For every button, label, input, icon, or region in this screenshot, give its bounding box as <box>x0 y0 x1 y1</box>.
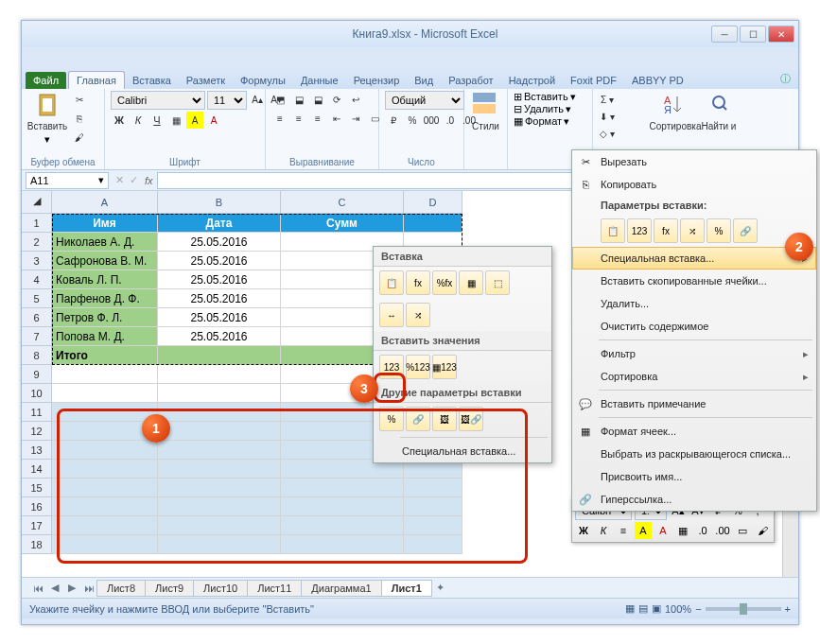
row-header[interactable]: 10 <box>22 384 52 403</box>
autosum-icon[interactable]: Σ ▾ <box>599 91 616 108</box>
name-box[interactable]: A11▾ <box>26 172 109 189</box>
maximize-button[interactable]: ☐ <box>740 26 766 43</box>
ctx-paste-all-icon[interactable]: 📋 <box>601 218 625 243</box>
paste-no-borders-icon[interactable]: ⬚ <box>485 270 510 295</box>
wrap-text-icon[interactable]: ↩ <box>347 91 364 108</box>
fill-icon[interactable]: ⬇ ▾ <box>599 108 616 125</box>
zoom-out-icon[interactable]: − <box>695 603 701 615</box>
table-header[interactable]: Имя <box>52 214 158 233</box>
cell[interactable] <box>158 346 281 365</box>
tab-abbyy[interactable]: ABBYY PD <box>624 72 691 89</box>
help-icon[interactable]: ⓘ <box>773 69 798 89</box>
tab-formulas[interactable]: Формулы <box>233 72 293 89</box>
currency-icon[interactable]: ₽ <box>385 112 402 129</box>
cell[interactable]: 25.05.2016 <box>158 289 281 308</box>
cell[interactable]: Попова М. Д. <box>52 327 158 346</box>
sheet-nav-last-icon[interactable]: ⏭ <box>80 581 97 596</box>
cancel-formula-icon[interactable]: ✕ <box>115 174 124 186</box>
format-painter-icon[interactable]: 🖌 <box>71 129 88 146</box>
tab-file[interactable]: Файл <box>26 72 66 89</box>
cells-format[interactable]: ▦Формат ▾ <box>514 115 569 128</box>
row-header[interactable]: 15 <box>22 479 52 497</box>
ctx-paste-transpose-icon[interactable]: ⤮ <box>680 218 705 243</box>
cell[interactable] <box>158 384 281 403</box>
indent-inc-icon[interactable]: ⇥ <box>347 110 364 127</box>
row-header[interactable]: 8 <box>22 346 52 365</box>
orientation-icon[interactable]: ⟳ <box>328 91 345 108</box>
col-header[interactable]: A <box>52 191 158 214</box>
sheet-nav-prev-icon[interactable]: ◀ <box>46 581 63 596</box>
row-header[interactable]: 17 <box>22 516 52 535</box>
tab-view[interactable]: Вид <box>407 72 441 89</box>
row-header[interactable]: 4 <box>22 270 52 289</box>
cell[interactable]: Николаев А. Д. <box>52 233 158 252</box>
mini-border-icon[interactable]: ▦ <box>674 522 691 539</box>
mini-italic-icon[interactable]: К <box>595 522 612 539</box>
styles-button[interactable]: Стили <box>470 91 501 131</box>
align-left-icon[interactable]: ≡ <box>271 110 288 127</box>
fx-icon[interactable]: fx <box>145 175 153 186</box>
zoom-slider[interactable] <box>706 607 781 611</box>
mini-format-painter-icon[interactable]: 🖌 <box>754 522 771 539</box>
view-pagebreak-icon[interactable]: ▣ <box>652 602 661 615</box>
grow-font-icon[interactable]: A▴ <box>249 91 266 108</box>
zoom-level[interactable]: 100% <box>665 603 691 615</box>
ctx-hyperlink[interactable]: 🔗Гиперссылка... <box>572 488 816 511</box>
mini-font-color-icon[interactable]: А <box>654 522 672 539</box>
sheet-tab[interactable]: Лист8 <box>96 580 146 597</box>
cell[interactable] <box>52 365 158 384</box>
view-layout-icon[interactable]: ▤ <box>638 602 648 615</box>
font-name-select[interactable]: Calibri <box>111 91 205 110</box>
mini-inc-decimal-icon[interactable]: .00 <box>714 522 731 539</box>
cell[interactable]: Сафронова В. М. <box>52 252 158 270</box>
sheet-nav-next-icon[interactable]: ▶ <box>63 581 80 596</box>
paste-keep-source-icon[interactable]: ▦ <box>459 270 483 295</box>
paste-values-source-icon[interactable]: ▦123 <box>432 355 457 379</box>
tab-layout[interactable]: Разметк <box>179 72 233 89</box>
italic-button[interactable]: К <box>130 112 147 129</box>
paste-all-icon[interactable]: 📋 <box>379 270 404 295</box>
new-sheet-icon[interactable]: ✦ <box>432 581 449 596</box>
clear-icon[interactable]: ◇ ▾ <box>599 125 616 142</box>
row-header[interactable]: 7 <box>22 327 52 346</box>
cell[interactable]: Итого <box>52 346 158 365</box>
align-middle-icon[interactable]: ⬓ <box>290 91 307 108</box>
row-header[interactable]: 1 <box>22 214 52 233</box>
paste-values-number-icon[interactable]: %123 <box>406 355 430 379</box>
mini-align-icon[interactable]: ≡ <box>615 522 632 539</box>
cell[interactable]: 25.05.2016 <box>158 252 281 270</box>
paste-button[interactable]: Вставить ▾ <box>27 91 67 146</box>
zoom-in-icon[interactable]: + <box>785 603 791 615</box>
confirm-formula-icon[interactable]: ✓ <box>130 174 138 186</box>
close-button[interactable]: ✕ <box>768 26 794 43</box>
align-right-icon[interactable]: ≡ <box>309 110 326 127</box>
ctx-pick-dropdown[interactable]: Выбрать из раскрывающегося списка... <box>572 443 816 465</box>
tab-home[interactable]: Главная <box>68 71 125 89</box>
row-header[interactable]: 3 <box>22 252 52 270</box>
mini-bold-icon[interactable]: Ж <box>575 522 592 539</box>
align-bottom-icon[interactable]: ⬓ <box>309 91 326 108</box>
find-button[interactable]: Найти и <box>699 91 739 131</box>
cells-insert[interactable]: ⊞Вставить ▾ <box>514 91 576 103</box>
number-format-select[interactable]: Общий <box>385 91 464 110</box>
ctx-define-name[interactable]: Присвоить имя... <box>572 465 816 488</box>
paste-transpose-icon[interactable]: ⤮ <box>406 303 430 327</box>
underline-button[interactable]: Ч <box>148 112 166 129</box>
mini-dec-decimal-icon[interactable]: .0 <box>694 522 711 539</box>
row-header[interactable]: 5 <box>22 289 52 308</box>
row-header[interactable]: 16 <box>22 497 52 516</box>
comma-icon[interactable]: 000 <box>423 112 440 129</box>
mini-merge-icon[interactable]: ▭ <box>734 522 751 539</box>
ctx-cut[interactable]: ✂Вырезать <box>572 150 816 173</box>
cell[interactable]: Петров Ф. Л. <box>52 308 158 327</box>
tab-addins[interactable]: Надстрой <box>501 72 563 89</box>
cell[interactable]: Коваль Л. П. <box>52 270 158 289</box>
ctx-insert-copied[interactable]: Вставить скопированные ячейки... <box>572 270 816 292</box>
cut-icon[interactable]: ✂ <box>71 91 88 108</box>
row-header[interactable]: 2 <box>22 233 52 252</box>
paste-formulas-number-icon[interactable]: %fx <box>432 270 457 295</box>
ctx-paste-formatting-icon[interactable]: % <box>707 218 731 243</box>
mini-fill-color-icon[interactable]: А <box>635 522 652 539</box>
col-header[interactable]: B <box>158 191 281 214</box>
bold-button[interactable]: Ж <box>111 112 128 129</box>
